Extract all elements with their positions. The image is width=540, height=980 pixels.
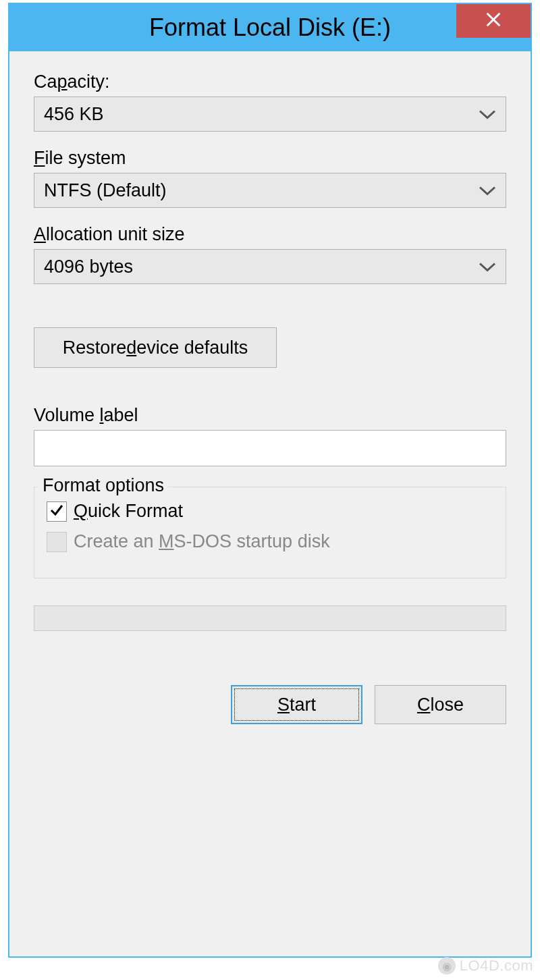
window-title: Format Local Disk (E:)	[149, 13, 391, 42]
format-progress-bar	[34, 605, 506, 631]
msdos-startup-checkbox	[47, 532, 67, 552]
capacity-value: 456 KB	[44, 104, 104, 125]
chevron-down-icon	[479, 180, 496, 201]
chevron-down-icon	[479, 256, 496, 277]
quick-format-row[interactable]: Quick Format	[47, 501, 493, 522]
volume-label-input[interactable]	[34, 430, 506, 466]
start-button[interactable]: Start	[231, 685, 362, 724]
msdos-startup-label: Create an MS-DOS startup disk	[74, 531, 330, 552]
volume-label-label: Volume label	[34, 405, 506, 426]
close-window-button[interactable]	[456, 4, 531, 38]
allocation-value: 4096 bytes	[44, 256, 133, 277]
allocation-dropdown[interactable]: 4096 bytes	[34, 249, 506, 284]
titlebar: Format Local Disk (E:)	[9, 4, 531, 51]
format-options-legend: Format options	[38, 475, 168, 496]
msdos-startup-row: Create an MS-DOS startup disk	[47, 531, 493, 552]
quick-format-label: Quick Format	[74, 501, 183, 522]
allocation-label: Allocation unit size	[34, 224, 506, 245]
chevron-down-icon	[479, 104, 496, 125]
dialog-buttons: Start Close	[34, 685, 506, 724]
quick-format-checkbox[interactable]	[47, 501, 67, 522]
format-options-group: Format options Quick Format Create an MS…	[34, 487, 506, 578]
client-area: Capacity: 456 KB File system NTFS (Defau…	[9, 51, 531, 956]
close-icon	[484, 10, 503, 32]
globe-icon: ◉	[438, 957, 456, 975]
capacity-label: Capacity:	[34, 72, 506, 92]
checkmark-icon	[49, 502, 65, 521]
capacity-dropdown[interactable]: 456 KB	[34, 97, 506, 132]
watermark: ◉ LO4D.com	[438, 957, 533, 975]
format-dialog-window: Format Local Disk (E:) Capacity: 456 KB …	[8, 3, 532, 958]
restore-defaults-button[interactable]: Restore device defaults	[34, 327, 277, 368]
filesystem-dropdown[interactable]: NTFS (Default)	[34, 173, 506, 208]
filesystem-label: File system	[34, 148, 506, 169]
close-button[interactable]: Close	[375, 685, 506, 724]
filesystem-value: NTFS (Default)	[44, 180, 167, 201]
